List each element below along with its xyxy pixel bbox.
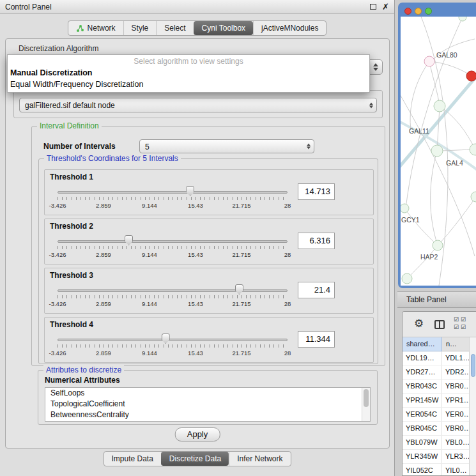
threshold-value-field[interactable]: 14.713 [298, 183, 335, 200]
table-toolbar: ⚙ ☑ ☑ ☑ ☑ [403, 312, 476, 337]
apply-button[interactable]: Apply [175, 427, 220, 441]
table-cell[interactable]: YPR145W [403, 394, 442, 407]
slider-track[interactable] [58, 289, 288, 292]
slider-thumb[interactable] [162, 334, 170, 344]
dropdown-option-equal-width[interactable]: Equal Width/Frequency Discretization [8, 79, 369, 90]
dropdown-hint: Select algorithm to view settings [8, 55, 369, 67]
table-cell[interactable]: YBR045C [403, 422, 442, 435]
node[interactable] [459, 17, 466, 21]
threshold-slider[interactable]: -3.426 2.859 9.144 15.43 21.715 28 [58, 333, 288, 362]
tab-jactivemnodules[interactable]: jActiveMNodules [253, 21, 326, 35]
table-scrollbar[interactable] [469, 337, 476, 475]
tick-label: 9.144 [142, 300, 157, 307]
thresholds-group: Threshold's Coordinates for 5 Intervals … [38, 158, 378, 364]
node[interactable] [471, 192, 476, 202]
node-hap2[interactable] [433, 240, 443, 250]
node-selected-red[interactable] [466, 71, 476, 81]
node-gal80[interactable] [424, 56, 434, 66]
table-cell[interactable]: YDL1… [442, 351, 469, 365]
table-cell[interactable]: YER0… [442, 408, 469, 421]
slider-track[interactable] [58, 339, 288, 341]
slider-thumb[interactable] [186, 186, 194, 196]
close-traffic-light[interactable] [404, 8, 411, 15]
tab-select[interactable]: Select [156, 21, 193, 35]
table-row[interactable]: YDL19…YDL1… [403, 351, 469, 365]
table-row[interactable]: YDR27…YDR2… [403, 365, 469, 380]
threshold-slider[interactable]: -3.426 2.859 9.144 15.43 21.715 28 [58, 185, 288, 215]
scrollbar-thumb[interactable] [364, 389, 369, 407]
table-cell[interactable]: YLR345W [403, 450, 442, 463]
table-row[interactable]: YPR145WYPR1… [403, 394, 469, 408]
algorithm-dropdown: Select algorithm to view settings Manual… [7, 54, 370, 93]
checkbox-icon[interactable]: ☑ [461, 323, 468, 331]
list-item[interactable]: SelfLoops [45, 388, 370, 399]
control-panel-titlebar: Control Panel ✗ [0, 0, 394, 14]
table-row[interactable]: YBR045CYBR0… [403, 422, 469, 436]
table-row[interactable]: YBR043CYBR0… [403, 380, 469, 394]
list-item[interactable]: TopologicalCoefficient [45, 399, 370, 410]
node-gal4[interactable] [431, 145, 443, 157]
tab-infer-network[interactable]: Infer Network [229, 452, 290, 466]
list-item[interactable]: BetweennessCentrality [45, 410, 370, 420]
tick-label: 2.859 [96, 300, 111, 307]
threshold-value-field[interactable]: 6.316 [298, 233, 335, 249]
column-header-shared-name[interactable]: shared… [403, 337, 442, 351]
checkbox-icon[interactable]: ☑ [454, 323, 461, 331]
zoom-traffic-light[interactable] [425, 8, 432, 15]
node-gcy1[interactable] [401, 204, 409, 213]
threshold-value-field[interactable]: 11.344 [298, 331, 335, 348]
tab-label: Cyni Toolbox [202, 24, 245, 33]
table-row[interactable]: YLR345WYLR3… [403, 450, 469, 464]
number-of-intervals-combo[interactable]: 5 [139, 139, 314, 153]
network-canvas[interactable]: GAL80 GAL11 GAL4 GCY1 HAP2 [401, 17, 476, 286]
dropdown-option-manual[interactable]: Manual Discretization [8, 67, 369, 79]
table-cell[interactable]: YIL0… [442, 464, 469, 475]
tick-label: -3.426 [49, 300, 66, 307]
tab-style[interactable]: Style [123, 21, 157, 35]
table-cell[interactable]: YDR2… [442, 365, 469, 379]
columns-icon[interactable] [434, 320, 445, 329]
threshold-slider[interactable]: -3.426 2.859 9.144 15.43 21.715 28 [58, 234, 288, 264]
float-window-icon[interactable] [370, 4, 376, 10]
tab-impute-data[interactable]: Impute Data [104, 452, 160, 466]
node[interactable] [402, 273, 412, 284]
table-cell[interactable]: YBL079W [403, 436, 442, 449]
scrollbar-thumb[interactable] [471, 354, 475, 377]
threshold-slider[interactable]: -3.426 2.859 9.144 15.43 21.715 28 [58, 284, 288, 313]
slider-thumb[interactable] [125, 235, 133, 245]
table-cell[interactable]: YBL0… [442, 436, 469, 449]
table-row[interactable]: YIL052CYIL0… [403, 464, 469, 475]
tab-discretize-data[interactable]: Discretize Data [161, 452, 229, 466]
table-cell[interactable]: YLR3… [442, 450, 469, 463]
node[interactable] [434, 100, 445, 112]
slider-thumb[interactable] [235, 284, 243, 295]
checkbox-icon[interactable]: ☑ [461, 316, 468, 323]
slider-ticks [58, 295, 288, 298]
minimize-traffic-light[interactable] [415, 8, 422, 15]
table-cell[interactable]: YDL19… [403, 351, 442, 365]
table-cell[interactable]: YBR043C [403, 380, 442, 393]
table-cell[interactable]: YBR0… [442, 380, 469, 393]
node[interactable] [470, 144, 476, 155]
table-cell[interactable]: YIL052C [403, 464, 442, 475]
close-icon[interactable]: ✗ [382, 1, 389, 13]
threshold-value-field[interactable]: 21.4 [298, 282, 335, 298]
table-cell[interactable]: YBR0… [442, 422, 469, 435]
tick-label: 9.144 [142, 349, 157, 357]
table-data-combo[interactable]: galFiltered.sif default node [19, 98, 377, 112]
tab-cyni-toolbox[interactable]: Cyni Toolbox [194, 21, 253, 35]
table-cell[interactable]: YER054C [403, 408, 442, 421]
slider-track[interactable] [58, 240, 288, 243]
table-row[interactable]: YBL079WYBL0… [403, 436, 469, 450]
slider-track[interactable] [58, 191, 288, 194]
table-cell[interactable]: YPR1… [442, 394, 469, 407]
select-rows-icons[interactable]: ☑ ☑ ☑ ☑ [454, 316, 468, 331]
network-graph: GAL80 GAL11 GAL4 GCY1 HAP2 [401, 17, 476, 286]
tab-network[interactable]: Network [68, 21, 123, 35]
table-cell[interactable]: YDR27… [403, 365, 442, 379]
checkbox-icon[interactable]: ☑ [454, 316, 461, 323]
threshold-label: Threshold 4 [50, 320, 93, 329]
gear-icon[interactable]: ⚙ [414, 317, 424, 330]
attributes-scrollbar[interactable] [362, 388, 370, 421]
table-row[interactable]: YER054CYER0… [403, 408, 469, 422]
